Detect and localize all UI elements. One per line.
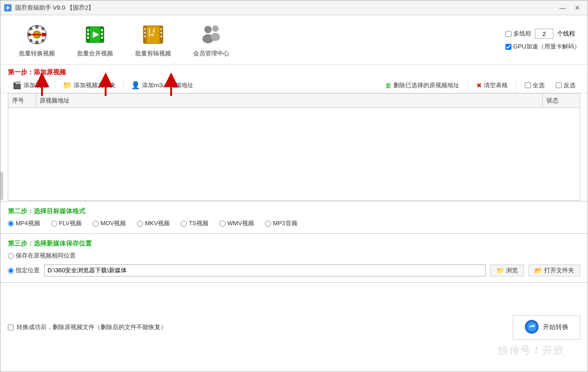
delete-checkbox[interactable]: [8, 324, 14, 330]
step3-title: 第三步：选择新媒体保存位置: [8, 240, 92, 247]
format-flv[interactable]: FLV视频: [51, 219, 82, 228]
format-mp4[interactable]: MP4视频: [8, 219, 40, 228]
start-convert-button[interactable]: 开始转换: [513, 315, 580, 340]
thread-count-input[interactable]: [535, 29, 553, 39]
save-same-location[interactable]: 保存在原视频相同位置: [8, 252, 580, 260]
format-wmv[interactable]: WMV视频: [220, 219, 254, 228]
delete-icon: 🗑: [385, 82, 392, 89]
titlebar-controls: — ✕: [556, 3, 584, 13]
clear-icon: ✖: [476, 82, 482, 89]
toolbar-item-batch-convert[interactable]: ✂ 批量转换视频: [8, 19, 66, 60]
gpu-checkbox[interactable]: [505, 44, 511, 50]
add-m3u8-icon: 👤: [131, 81, 140, 90]
titlebar: 固乔剪辑助手 V9.0 【固乔2】 — ✕: [0, 0, 588, 15]
add-video-icon: 🎬: [12, 81, 22, 90]
delete-after-convert[interactable]: 转换成功后，删除原视频文件（删除后的文件不能恢复）: [8, 323, 166, 331]
svg-point-4: [35, 25, 39, 29]
add-m3u8-button[interactable]: 👤 添加m3u8视频地址: [126, 79, 198, 91]
thread-unit-label: 个线程: [557, 30, 575, 38]
step2-section: 第二步：选择目标媒体格式 MP4视频 FLV视频 MOV视频 MKV视频 TS视…: [0, 201, 588, 233]
toolbar-label-member: 会员管理中心: [193, 49, 229, 58]
browse-button[interactable]: 📁 浏览: [490, 264, 524, 276]
radio-custom-location[interactable]: [8, 268, 14, 274]
radio-mp3[interactable]: [265, 221, 271, 227]
format-mov[interactable]: MOV视频: [93, 219, 126, 228]
toolbar-item-batch-merge[interactable]: 批量合并视频: [66, 19, 124, 60]
svg-point-10: [30, 39, 33, 42]
gpu-label[interactable]: GPU加速（用显卡解码）: [505, 42, 580, 51]
add-folder-button[interactable]: 📁 添加视频文件夹: [58, 79, 120, 91]
action-bar: 🎬 添加视频 📁 添加视频文件夹 👤 添加m3u8视频地址 🗑 删除已选择的原视…: [0, 78, 588, 93]
bottom-section: 转换成功后，删除原视频文件（删除后的文件不能恢复） 开始转换: [0, 282, 588, 372]
radio-same-location[interactable]: [8, 253, 14, 259]
deselect-checkbox[interactable]: [556, 82, 562, 88]
svg-rect-28: [144, 28, 146, 30]
gpu-row: GPU加速（用显卡解码）: [505, 42, 580, 51]
toolbar-label-batch-convert: 批量转换视频: [19, 49, 55, 58]
toolbar-label-batch-edit: 批量剪辑视频: [135, 49, 171, 58]
svg-point-40: [211, 33, 220, 41]
close-button[interactable]: ✕: [571, 3, 584, 13]
svg-text:1: 1: [148, 28, 151, 33]
step1-header: 第一步：添加原视频: [0, 65, 588, 78]
add-video-button[interactable]: 🎬 添加视频: [8, 79, 52, 91]
toolbar-right: 多线程 个线程 GPU加速（用显卡解码）: [505, 29, 580, 51]
svg-rect-22: [101, 33, 103, 35]
radio-flv[interactable]: [51, 221, 57, 227]
svg-rect-32: [160, 32, 162, 34]
svg-rect-29: [144, 32, 146, 34]
titlebar-title: 固乔剪辑助手 V9.0 【固乔2】: [15, 4, 94, 12]
open-folder-icon: 📂: [535, 267, 542, 274]
radio-wmv[interactable]: [220, 221, 226, 227]
radio-ts[interactable]: [181, 221, 187, 227]
step2-title: 第二步：选择目标媒体格式: [8, 207, 85, 215]
multi-thread-label[interactable]: 多线程: [505, 30, 531, 38]
format-options: MP4视频 FLV视频 MOV视频 MKV视频 TS视频 WMV视频: [8, 219, 580, 228]
radio-mov[interactable]: [93, 221, 99, 227]
toolbar-item-batch-edit[interactable]: ✂ 1 2 批量剪辑视频: [124, 19, 182, 60]
step1-title: 第一步：添加原视频: [8, 68, 66, 76]
header-path: 原视频地址: [36, 94, 543, 108]
app-icon: [4, 4, 12, 12]
toolbar-label-batch-merge: 批量合并视频: [77, 49, 113, 58]
save-custom-row: 指定位置 📁 浏览 📂 打开文件夹: [8, 264, 580, 276]
svg-point-42: [527, 322, 536, 331]
add-folder-icon: 📁: [63, 81, 72, 90]
format-mkv[interactable]: MKV视频: [137, 219, 170, 228]
svg-text:2: 2: [153, 28, 155, 33]
svg-rect-21: [101, 29, 103, 31]
open-folder-button[interactable]: 📂 打开文件夹: [529, 264, 580, 276]
file-table: 序号 原视频地址 状态: [8, 93, 580, 201]
separator-4: [516, 81, 517, 90]
batch-merge-icon: [82, 22, 108, 48]
separator-2: [123, 81, 124, 90]
save-path-input[interactable]: [44, 264, 486, 276]
save-options: 保存在原视频相同位置 指定位置 📁 浏览 📂 打开文件夹: [8, 252, 580, 276]
delete-selected-button[interactable]: 🗑 删除已选择的原视频地址: [380, 80, 464, 91]
right-actions: 🗑 删除已选择的原视频地址 ✖ 清空表格 全选 反选: [380, 80, 580, 91]
start-btn-label: 开始转换: [543, 323, 569, 331]
svg-rect-33: [160, 36, 162, 37]
save-custom-location[interactable]: 指定位置: [8, 266, 40, 275]
minimize-button[interactable]: —: [556, 3, 569, 13]
format-mp3[interactable]: MP3音频: [265, 219, 297, 228]
select-all-label[interactable]: 全选: [520, 80, 549, 91]
table-header: 序号 原视频地址 状态: [8, 94, 580, 108]
select-all-checkbox[interactable]: [525, 82, 531, 88]
svg-rect-30: [144, 36, 146, 37]
svg-point-37: [204, 26, 212, 33]
header-seq: 序号: [8, 94, 36, 108]
radio-mp4[interactable]: [8, 221, 14, 227]
deselect-label[interactable]: 反选: [551, 80, 580, 91]
toolbar-item-member[interactable]: 会员管理中心: [182, 19, 240, 60]
radio-mkv[interactable]: [137, 221, 143, 227]
batch-convert-icon: ✂: [24, 22, 50, 48]
svg-point-8: [30, 27, 33, 30]
member-icon: [198, 22, 224, 48]
left-handle: [0, 172, 3, 200]
clear-table-button[interactable]: ✖ 清空表格: [472, 80, 512, 91]
format-ts[interactable]: TS视频: [181, 219, 208, 228]
multi-thread-checkbox[interactable]: [505, 31, 511, 37]
step3-section: 第三步：选择新媒体保存位置 保存在原视频相同位置 指定位置 📁 浏览 📂 打开文: [0, 233, 588, 282]
toolbar: ✂ 批量转换视频: [0, 15, 588, 65]
